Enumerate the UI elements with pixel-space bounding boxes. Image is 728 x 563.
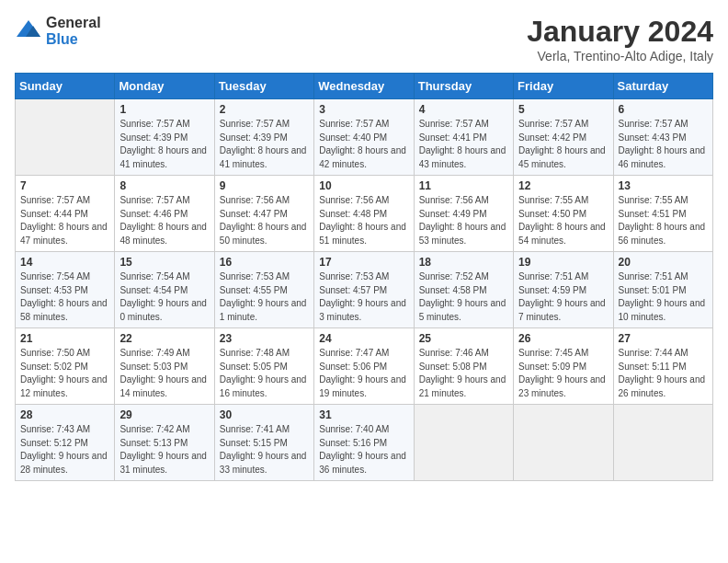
day-number: 7 <box>20 179 109 192</box>
day-number: 22 <box>119 332 209 345</box>
day-info: Sunrise: 7:48 AMSunset: 5:05 PMDaylight:… <box>220 347 309 400</box>
day-cell: 11Sunrise: 7:56 AMSunset: 4:49 PMDayligh… <box>414 176 513 252</box>
day-info: Sunrise: 7:54 AMSunset: 4:53 PMDaylight:… <box>20 270 109 324</box>
logo-text: General Blue <box>46 15 101 48</box>
day-cell: 31Sunrise: 7:40 AMSunset: 5:16 PMDayligh… <box>314 405 414 481</box>
day-number: 1 <box>119 103 209 116</box>
day-cell <box>414 405 513 481</box>
header-friday: Friday <box>514 74 613 99</box>
day-cell: 25Sunrise: 7:46 AMSunset: 5:08 PMDayligh… <box>414 328 513 405</box>
page-header: General Blue January 2024 Verla, Trentin… <box>15 15 713 63</box>
day-info: Sunrise: 7:44 AMSunset: 5:11 PMDaylight:… <box>619 347 708 400</box>
header-thursday: Thursday <box>414 74 513 99</box>
day-number: 5 <box>518 103 608 116</box>
day-number: 31 <box>319 408 408 421</box>
day-cell: 10Sunrise: 7:56 AMSunset: 4:48 PMDayligh… <box>314 176 414 252</box>
day-number: 24 <box>319 332 408 345</box>
day-number: 30 <box>220 408 309 421</box>
day-number: 25 <box>419 332 508 345</box>
day-number: 29 <box>119 408 209 421</box>
day-number: 14 <box>20 256 109 269</box>
day-cell: 7Sunrise: 7:57 AMSunset: 4:44 PMDaylight… <box>16 176 115 252</box>
day-number: 19 <box>518 256 608 269</box>
day-number: 4 <box>419 103 508 116</box>
day-cell <box>16 99 115 176</box>
day-info: Sunrise: 7:43 AMSunset: 5:12 PMDaylight:… <box>20 423 109 477</box>
day-cell <box>514 405 613 481</box>
header-saturday: Saturday <box>613 74 712 99</box>
day-cell <box>613 405 712 481</box>
day-cell: 26Sunrise: 7:45 AMSunset: 5:09 PMDayligh… <box>514 328 613 405</box>
day-cell: 2Sunrise: 7:57 AMSunset: 4:39 PMDaylight… <box>214 99 313 176</box>
day-cell: 14Sunrise: 7:54 AMSunset: 4:53 PMDayligh… <box>16 252 115 328</box>
day-cell: 1Sunrise: 7:57 AMSunset: 4:39 PMDaylight… <box>115 99 214 176</box>
day-info: Sunrise: 7:46 AMSunset: 5:08 PMDaylight:… <box>419 347 508 400</box>
day-info: Sunrise: 7:51 AMSunset: 4:59 PMDaylight:… <box>518 270 608 324</box>
day-number: 15 <box>119 256 209 269</box>
day-number: 6 <box>619 103 708 116</box>
day-info: Sunrise: 7:54 AMSunset: 4:54 PMDaylight:… <box>119 270 209 324</box>
day-number: 26 <box>518 332 608 345</box>
day-number: 3 <box>319 103 408 116</box>
day-info: Sunrise: 7:57 AMSunset: 4:41 PMDaylight:… <box>419 118 508 171</box>
week-row-4: 21Sunrise: 7:50 AMSunset: 5:02 PMDayligh… <box>16 328 713 405</box>
calendar-table: SundayMondayTuesdayWednesdayThursdayFrid… <box>15 73 713 481</box>
header-sunday: Sunday <box>16 74 115 99</box>
day-number: 18 <box>419 256 508 269</box>
day-cell: 16Sunrise: 7:53 AMSunset: 4:55 PMDayligh… <box>214 252 313 328</box>
day-number: 17 <box>319 256 408 269</box>
day-cell: 21Sunrise: 7:50 AMSunset: 5:02 PMDayligh… <box>16 328 115 405</box>
day-cell: 15Sunrise: 7:54 AMSunset: 4:54 PMDayligh… <box>115 252 214 328</box>
day-cell: 3Sunrise: 7:57 AMSunset: 4:40 PMDaylight… <box>314 99 414 176</box>
day-info: Sunrise: 7:50 AMSunset: 5:02 PMDaylight:… <box>20 347 109 400</box>
day-info: Sunrise: 7:57 AMSunset: 4:43 PMDaylight:… <box>619 118 708 171</box>
day-number: 9 <box>220 179 309 192</box>
day-cell: 9Sunrise: 7:56 AMSunset: 4:47 PMDaylight… <box>214 176 313 252</box>
day-cell: 22Sunrise: 7:49 AMSunset: 5:03 PMDayligh… <box>115 328 214 405</box>
day-info: Sunrise: 7:57 AMSunset: 4:39 PMDaylight:… <box>119 118 209 171</box>
day-info: Sunrise: 7:41 AMSunset: 5:15 PMDaylight:… <box>220 423 309 477</box>
day-cell: 24Sunrise: 7:47 AMSunset: 5:06 PMDayligh… <box>314 328 414 405</box>
day-cell: 18Sunrise: 7:52 AMSunset: 4:58 PMDayligh… <box>414 252 513 328</box>
day-info: Sunrise: 7:57 AMSunset: 4:42 PMDaylight:… <box>518 118 608 171</box>
day-info: Sunrise: 7:56 AMSunset: 4:47 PMDaylight:… <box>220 194 309 247</box>
week-row-3: 14Sunrise: 7:54 AMSunset: 4:53 PMDayligh… <box>16 252 713 328</box>
day-info: Sunrise: 7:42 AMSunset: 5:13 PMDaylight:… <box>119 423 209 477</box>
week-row-5: 28Sunrise: 7:43 AMSunset: 5:12 PMDayligh… <box>16 405 713 481</box>
day-cell: 6Sunrise: 7:57 AMSunset: 4:43 PMDaylight… <box>613 99 712 176</box>
day-cell: 23Sunrise: 7:48 AMSunset: 5:05 PMDayligh… <box>214 328 313 405</box>
day-cell: 20Sunrise: 7:51 AMSunset: 5:01 PMDayligh… <box>613 252 712 328</box>
header-tuesday: Tuesday <box>214 74 313 99</box>
location-subtitle: Verla, Trentino-Alto Adige, Italy <box>527 49 713 63</box>
day-number: 8 <box>119 179 209 192</box>
logo: General Blue <box>15 15 101 48</box>
day-info: Sunrise: 7:52 AMSunset: 4:58 PMDaylight:… <box>419 270 508 324</box>
day-info: Sunrise: 7:56 AMSunset: 4:48 PMDaylight:… <box>319 194 408 247</box>
day-number: 16 <box>220 256 309 269</box>
title-block: January 2024 Verla, Trentino-Alto Adige,… <box>527 15 713 63</box>
day-number: 2 <box>220 103 309 116</box>
day-info: Sunrise: 7:56 AMSunset: 4:49 PMDaylight:… <box>419 194 508 247</box>
day-info: Sunrise: 7:53 AMSunset: 4:57 PMDaylight:… <box>319 270 408 324</box>
day-info: Sunrise: 7:55 AMSunset: 4:51 PMDaylight:… <box>619 194 708 247</box>
day-cell: 30Sunrise: 7:41 AMSunset: 5:15 PMDayligh… <box>214 405 313 481</box>
day-info: Sunrise: 7:57 AMSunset: 4:44 PMDaylight:… <box>20 194 109 247</box>
day-cell: 4Sunrise: 7:57 AMSunset: 4:41 PMDaylight… <box>414 99 513 176</box>
day-number: 23 <box>220 332 309 345</box>
day-info: Sunrise: 7:53 AMSunset: 4:55 PMDaylight:… <box>220 270 309 324</box>
week-row-2: 7Sunrise: 7:57 AMSunset: 4:44 PMDaylight… <box>16 176 713 252</box>
day-info: Sunrise: 7:57 AMSunset: 4:40 PMDaylight:… <box>319 118 408 171</box>
day-number: 10 <box>319 179 408 192</box>
day-cell: 13Sunrise: 7:55 AMSunset: 4:51 PMDayligh… <box>613 176 712 252</box>
day-number: 12 <box>518 179 608 192</box>
calendar-header-row: SundayMondayTuesdayWednesdayThursdayFrid… <box>16 74 713 99</box>
day-info: Sunrise: 7:47 AMSunset: 5:06 PMDaylight:… <box>319 347 408 400</box>
day-number: 21 <box>20 332 109 345</box>
day-number: 27 <box>619 332 708 345</box>
day-info: Sunrise: 7:40 AMSunset: 5:16 PMDaylight:… <box>319 423 408 477</box>
day-number: 11 <box>419 179 508 192</box>
header-monday: Monday <box>115 74 214 99</box>
day-cell: 28Sunrise: 7:43 AMSunset: 5:12 PMDayligh… <box>16 405 115 481</box>
header-wednesday: Wednesday <box>314 74 414 99</box>
day-number: 13 <box>619 179 708 192</box>
